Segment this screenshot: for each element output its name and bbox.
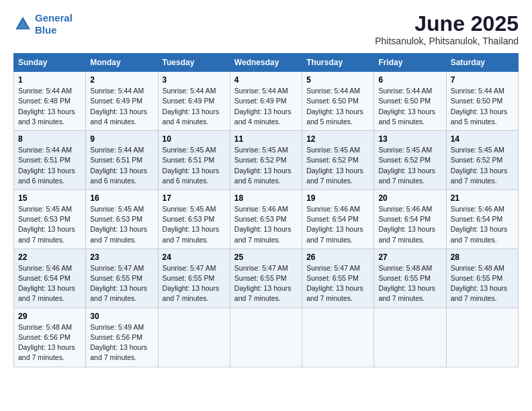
logo: General Blue [13, 12, 73, 36]
day-number: 6 [378, 75, 441, 85]
week-row-3: 22Sunrise: 5:46 AM Sunset: 6:54 PM Dayli… [14, 248, 519, 308]
logo-icon [13, 15, 32, 34]
calendar-cell: 14Sunrise: 5:45 AM Sunset: 6:52 PM Dayli… [446, 131, 518, 190]
page: General Blue June 2025 Phitsanulok, Phit… [0, 0, 532, 379]
day-number: 20 [378, 193, 441, 203]
calendar-cell: 25Sunrise: 5:47 AM Sunset: 6:55 PM Dayli… [230, 248, 302, 308]
day-info: Sunrise: 5:47 AM Sunset: 6:55 PM Dayligh… [90, 263, 153, 304]
day-number: 10 [163, 134, 226, 144]
calendar-cell: 1Sunrise: 5:44 AM Sunset: 6:48 PM Daylig… [14, 72, 86, 131]
day-info: Sunrise: 5:48 AM Sunset: 6:56 PM Dayligh… [18, 322, 81, 363]
day-number: 24 [163, 253, 226, 262]
day-info: Sunrise: 5:45 AM Sunset: 6:52 PM Dayligh… [234, 145, 298, 186]
day-info: Sunrise: 5:45 AM Sunset: 6:52 PM Dayligh… [378, 145, 441, 186]
day-number: 25 [234, 253, 298, 262]
calendar-cell: 3Sunrise: 5:44 AM Sunset: 6:49 PM Daylig… [158, 72, 230, 131]
calendar-cell: 5Sunrise: 5:44 AM Sunset: 6:50 PM Daylig… [302, 72, 374, 131]
day-info: Sunrise: 5:46 AM Sunset: 6:54 PM Dayligh… [18, 263, 81, 304]
day-number: 1 [18, 75, 81, 85]
logo-line2: Blue [35, 24, 57, 36]
day-info: Sunrise: 5:46 AM Sunset: 6:54 PM Dayligh… [306, 204, 369, 245]
col-header-saturday: Saturday [446, 54, 518, 72]
day-number: 9 [90, 134, 153, 144]
calendar-cell: 19Sunrise: 5:46 AM Sunset: 6:54 PM Dayli… [302, 189, 374, 248]
day-number: 30 [90, 312, 153, 321]
calendar-cell [158, 308, 230, 367]
col-header-thursday: Thursday [302, 54, 374, 72]
calendar-cell: 21Sunrise: 5:46 AM Sunset: 6:54 PM Dayli… [446, 189, 518, 248]
calendar-cell: 4Sunrise: 5:44 AM Sunset: 6:49 PM Daylig… [230, 72, 302, 131]
day-info: Sunrise: 5:45 AM Sunset: 6:53 PM Dayligh… [90, 204, 153, 245]
day-info: Sunrise: 5:44 AM Sunset: 6:51 PM Dayligh… [18, 145, 81, 186]
calendar-cell: 18Sunrise: 5:46 AM Sunset: 6:53 PM Dayli… [230, 189, 302, 248]
week-row-2: 15Sunrise: 5:45 AM Sunset: 6:53 PM Dayli… [14, 189, 519, 248]
day-info: Sunrise: 5:48 AM Sunset: 6:55 PM Dayligh… [378, 263, 441, 304]
day-info: Sunrise: 5:44 AM Sunset: 6:50 PM Dayligh… [451, 86, 514, 127]
calendar-cell: 6Sunrise: 5:44 AM Sunset: 6:50 PM Daylig… [374, 72, 446, 131]
header-row: SundayMondayTuesdayWednesdayThursdayFrid… [14, 54, 519, 72]
calendar-cell: 30Sunrise: 5:49 AM Sunset: 6:56 PM Dayli… [86, 308, 158, 367]
calendar-cell: 7Sunrise: 5:44 AM Sunset: 6:50 PM Daylig… [446, 72, 518, 131]
calendar-cell: 22Sunrise: 5:46 AM Sunset: 6:54 PM Dayli… [14, 248, 86, 308]
day-number: 13 [378, 134, 441, 144]
day-number: 29 [18, 312, 81, 321]
day-number: 8 [18, 134, 81, 144]
calendar-cell: 12Sunrise: 5:45 AM Sunset: 6:52 PM Dayli… [302, 131, 374, 190]
calendar-table: SundayMondayTuesdayWednesdayThursdayFrid… [13, 53, 519, 367]
col-header-wednesday: Wednesday [230, 54, 302, 72]
week-row-1: 8Sunrise: 5:44 AM Sunset: 6:51 PM Daylig… [14, 131, 519, 190]
day-info: Sunrise: 5:44 AM Sunset: 6:51 PM Dayligh… [90, 145, 153, 186]
day-number: 23 [90, 253, 153, 262]
day-info: Sunrise: 5:44 AM Sunset: 6:50 PM Dayligh… [378, 86, 441, 127]
day-info: Sunrise: 5:45 AM Sunset: 6:53 PM Dayligh… [163, 204, 226, 245]
day-number: 3 [163, 75, 226, 85]
day-info: Sunrise: 5:46 AM Sunset: 6:54 PM Dayligh… [378, 204, 441, 245]
month-title: June 2025 [375, 12, 519, 36]
day-number: 22 [18, 253, 81, 262]
day-info: Sunrise: 5:44 AM Sunset: 6:48 PM Dayligh… [18, 86, 81, 127]
day-info: Sunrise: 5:48 AM Sunset: 6:55 PM Dayligh… [451, 263, 514, 304]
calendar-cell: 20Sunrise: 5:46 AM Sunset: 6:54 PM Dayli… [374, 189, 446, 248]
day-number: 14 [451, 134, 514, 144]
day-info: Sunrise: 5:44 AM Sunset: 6:50 PM Dayligh… [306, 86, 369, 127]
logo-text: General Blue [35, 12, 73, 36]
calendar-cell: 29Sunrise: 5:48 AM Sunset: 6:56 PM Dayli… [14, 308, 86, 367]
calendar-cell: 26Sunrise: 5:47 AM Sunset: 6:55 PM Dayli… [302, 248, 374, 308]
day-info: Sunrise: 5:47 AM Sunset: 6:55 PM Dayligh… [234, 263, 298, 304]
day-number: 4 [234, 75, 298, 85]
col-header-friday: Friday [374, 54, 446, 72]
col-header-tuesday: Tuesday [158, 54, 230, 72]
day-number: 15 [18, 193, 81, 203]
calendar-cell: 13Sunrise: 5:45 AM Sunset: 6:52 PM Dayli… [374, 131, 446, 190]
day-number: 18 [234, 193, 298, 203]
day-info: Sunrise: 5:45 AM Sunset: 6:52 PM Dayligh… [306, 145, 369, 186]
day-number: 12 [306, 134, 369, 144]
day-number: 21 [451, 193, 514, 203]
day-info: Sunrise: 5:46 AM Sunset: 6:54 PM Dayligh… [451, 204, 514, 245]
day-number: 16 [90, 193, 153, 203]
calendar-cell: 9Sunrise: 5:44 AM Sunset: 6:51 PM Daylig… [86, 131, 158, 190]
calendar-cell: 23Sunrise: 5:47 AM Sunset: 6:55 PM Dayli… [86, 248, 158, 308]
day-info: Sunrise: 5:45 AM Sunset: 6:53 PM Dayligh… [18, 204, 81, 245]
day-info: Sunrise: 5:44 AM Sunset: 6:49 PM Dayligh… [90, 86, 153, 127]
calendar-cell: 24Sunrise: 5:47 AM Sunset: 6:55 PM Dayli… [158, 248, 230, 308]
day-info: Sunrise: 5:45 AM Sunset: 6:52 PM Dayligh… [451, 145, 514, 186]
day-number: 19 [306, 193, 369, 203]
logo-line1: General [35, 12, 73, 24]
day-number: 2 [90, 75, 153, 85]
day-info: Sunrise: 5:45 AM Sunset: 6:51 PM Dayligh… [163, 145, 226, 186]
day-info: Sunrise: 5:44 AM Sunset: 6:49 PM Dayligh… [163, 86, 226, 127]
week-row-4: 29Sunrise: 5:48 AM Sunset: 6:56 PM Dayli… [14, 308, 519, 367]
calendar-cell: 28Sunrise: 5:48 AM Sunset: 6:55 PM Dayli… [446, 248, 518, 308]
title-block: June 2025 Phitsanulok, Phitsanulok, Thai… [375, 12, 519, 46]
day-number: 5 [306, 75, 369, 85]
day-info: Sunrise: 5:47 AM Sunset: 6:55 PM Dayligh… [306, 263, 369, 304]
day-info: Sunrise: 5:47 AM Sunset: 6:55 PM Dayligh… [163, 263, 226, 304]
location: Phitsanulok, Phitsanulok, Thailand [375, 36, 519, 46]
day-info: Sunrise: 5:49 AM Sunset: 6:56 PM Dayligh… [90, 322, 153, 363]
col-header-sunday: Sunday [14, 54, 86, 72]
day-info: Sunrise: 5:46 AM Sunset: 6:53 PM Dayligh… [234, 204, 298, 245]
col-header-monday: Monday [86, 54, 158, 72]
calendar-cell: 16Sunrise: 5:45 AM Sunset: 6:53 PM Dayli… [86, 189, 158, 248]
week-row-0: 1Sunrise: 5:44 AM Sunset: 6:48 PM Daylig… [14, 72, 519, 131]
